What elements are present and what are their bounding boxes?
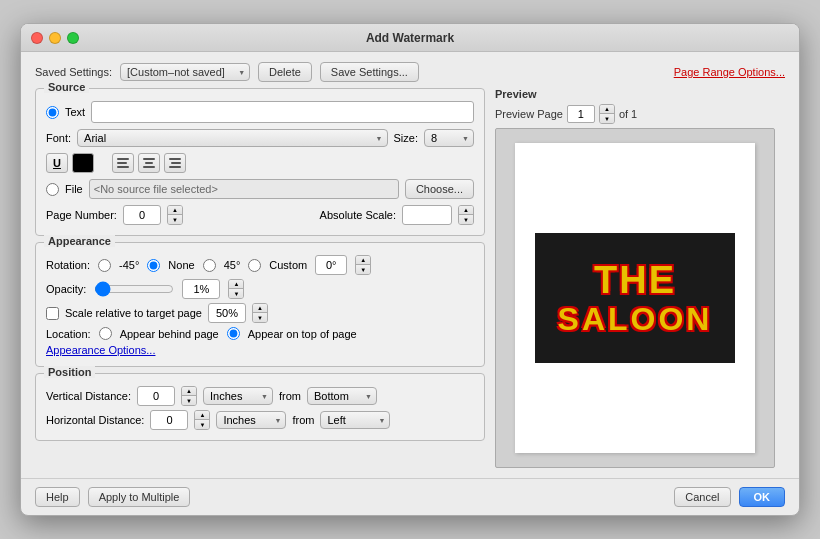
horizontal-unit-wrapper: Inches (216, 411, 286, 429)
horizontal-from-wrapper: Left Right (320, 411, 390, 429)
rotation-pos45-radio[interactable] (203, 259, 216, 272)
page-number-up[interactable]: ▲ (168, 206, 182, 215)
opacity-stepper[interactable]: ▲ ▼ (228, 279, 244, 299)
source-section-label: Source (44, 81, 89, 93)
delete-button[interactable]: Delete (258, 62, 312, 82)
help-button[interactable]: Help (35, 487, 80, 507)
saved-settings-select[interactable]: [Custom–not saved] (120, 63, 250, 81)
ok-button[interactable]: OK (739, 487, 786, 507)
horizontal-distance-row: Horizontal Distance: ▲ ▼ Inches from (46, 410, 474, 430)
font-select-wrapper: Arial (77, 129, 387, 147)
absolute-scale-up[interactable]: ▲ (459, 206, 473, 215)
preview-page-input[interactable] (567, 105, 595, 123)
align-center-button[interactable] (138, 153, 160, 173)
rotation-neg45-radio[interactable] (98, 259, 111, 272)
absolute-scale-stepper[interactable]: ▲ ▼ (458, 205, 474, 225)
location-behind-radio[interactable] (99, 327, 112, 340)
horizontal-up[interactable]: ▲ (195, 411, 209, 420)
rotation-custom-radio[interactable] (248, 259, 261, 272)
page-number-stepper[interactable]: ▲ ▼ (167, 205, 183, 225)
scale-checkbox[interactable] (46, 307, 59, 320)
preview-of-label: of 1 (619, 108, 637, 120)
rotation-none-radio[interactable] (147, 259, 160, 272)
horizontal-distance-label: Horizontal Distance: (46, 414, 144, 426)
opacity-input[interactable] (182, 279, 220, 299)
file-row: File <No source file selected> Choose... (46, 179, 474, 199)
underline-button[interactable]: U (46, 153, 68, 173)
saved-settings-row: Saved Settings: [Custom–not saved] Delet… (35, 62, 785, 82)
opacity-down[interactable]: ▼ (229, 289, 243, 298)
saved-settings-label: Saved Settings: (35, 66, 112, 78)
size-label: Size: (394, 132, 418, 144)
rotation-custom-stepper[interactable]: ▲ ▼ (355, 255, 371, 275)
vertical-from-select[interactable]: Bottom Top (307, 387, 377, 405)
location-top-radio[interactable] (227, 327, 240, 340)
scale-input[interactable] (208, 303, 246, 323)
text-radio[interactable] (46, 106, 59, 119)
text-input[interactable] (91, 101, 474, 123)
align-left-button[interactable] (112, 153, 134, 173)
preview-page-up[interactable]: ▲ (600, 105, 614, 114)
horizontal-from-select[interactable]: Left Right (320, 411, 390, 429)
preview-header: Preview (495, 88, 785, 100)
location-behind-label: Appear behind page (120, 328, 219, 340)
absolute-scale-down[interactable]: ▼ (459, 215, 473, 224)
vertical-down[interactable]: ▼ (182, 396, 196, 405)
page-number-input[interactable] (123, 205, 161, 225)
font-select[interactable]: Arial (77, 129, 387, 147)
preview-page-content: THE SALOON (515, 143, 755, 453)
appearance-options-link[interactable]: Appearance Options... (46, 344, 155, 356)
save-settings-button[interactable]: Save Settings... (320, 62, 419, 82)
horizontal-distance-input[interactable] (150, 410, 188, 430)
page-range-options-link[interactable]: Page Range Options... (674, 66, 785, 78)
vertical-distance-stepper[interactable]: ▲ ▼ (181, 386, 197, 406)
scale-down[interactable]: ▼ (253, 313, 267, 322)
opacity-slider[interactable] (94, 282, 174, 296)
vertical-distance-input[interactable] (137, 386, 175, 406)
horizontal-down[interactable]: ▼ (195, 420, 209, 429)
rotation-up[interactable]: ▲ (356, 256, 370, 265)
preview-page-down[interactable]: ▼ (600, 114, 614, 123)
vertical-distance-label: Vertical Distance: (46, 390, 131, 402)
preview-page-stepper[interactable]: ▲ ▼ (599, 104, 615, 124)
vertical-from-wrapper: Bottom Top (307, 387, 377, 405)
bottom-bar: Help Apply to Multiple Cancel OK (21, 478, 799, 515)
rotation-down[interactable]: ▼ (356, 265, 370, 274)
page-number-row: Page Number: ▲ ▼ Absolute Scale: ▲ ▼ (46, 205, 474, 225)
size-select[interactable]: 8 (424, 129, 474, 147)
watermark-line2: SALOON (558, 303, 713, 335)
horizontal-unit-select[interactable]: Inches (216, 411, 286, 429)
vertical-unit-select[interactable]: Inches (203, 387, 273, 405)
absolute-scale-input[interactable] (402, 205, 452, 225)
location-row: Location: Appear behind page Appear on t… (46, 327, 474, 340)
scale-stepper[interactable]: ▲ ▼ (252, 303, 268, 323)
page-number-label: Page Number: (46, 209, 117, 221)
scale-up[interactable]: ▲ (253, 304, 267, 313)
file-radio[interactable] (46, 183, 59, 196)
close-button[interactable] (31, 32, 43, 44)
vertical-up[interactable]: ▲ (182, 387, 196, 396)
main-row: Source Text Font: Arial (35, 88, 785, 468)
opacity-row: Opacity: ▲ ▼ (46, 279, 474, 299)
maximize-button[interactable] (67, 32, 79, 44)
preview-label: Preview (495, 88, 537, 100)
apply-to-multiple-button[interactable]: Apply to Multiple (88, 487, 191, 507)
color-button[interactable] (72, 153, 94, 173)
align-right-button[interactable] (164, 153, 186, 173)
position-section-label: Position (44, 366, 95, 378)
choose-button[interactable]: Choose... (405, 179, 474, 199)
absolute-scale-label: Absolute Scale: (320, 209, 396, 221)
scale-row: Scale relative to target page ▲ ▼ (46, 303, 474, 323)
minimize-button[interactable] (49, 32, 61, 44)
vertical-unit-wrapper: Inches (203, 387, 273, 405)
horizontal-distance-stepper[interactable]: ▲ ▼ (194, 410, 210, 430)
page-number-down[interactable]: ▼ (168, 215, 182, 224)
rotation-custom-input[interactable] (315, 255, 347, 275)
window: Add Watermark Saved Settings: [Custom–no… (20, 23, 800, 516)
format-row: U (46, 153, 474, 173)
opacity-up[interactable]: ▲ (229, 280, 243, 289)
window-title: Add Watermark (366, 31, 454, 45)
cancel-button[interactable]: Cancel (674, 487, 730, 507)
rotation-label: Rotation: (46, 259, 90, 271)
preview-page-label: Preview Page (495, 108, 563, 120)
